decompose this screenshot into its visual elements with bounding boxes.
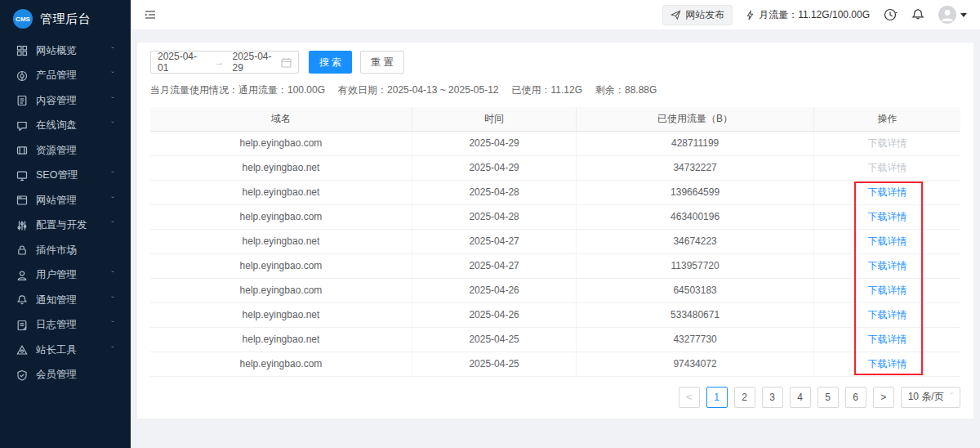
date-range-input[interactable]: 2025-04-01 → 2025-04-29 <box>150 51 299 74</box>
bytes-cell: 533480671 <box>577 302 814 327</box>
paper-plane-icon <box>670 10 681 20</box>
action-cell: 下载详情 <box>813 180 960 204</box>
plugin-lock-icon <box>16 244 28 256</box>
sidebar-item-label: 日志管理 <box>36 318 106 332</box>
table-row: help.eyingbao.net2025-04-26533480671下载详情 <box>150 302 960 327</box>
table-row: help.eyingbao.com2025-04-2597434072下载详情 <box>150 352 960 376</box>
prev-page-button[interactable]: < <box>679 387 700 408</box>
resource-icon <box>16 145 28 156</box>
sidebar-item-14[interactable]: 会员管理 <box>0 363 131 388</box>
sidebar-item-3[interactable]: 内容管理ˇ <box>0 88 131 114</box>
search-button[interactable]: 搜 索 <box>309 51 352 74</box>
domain-cell: help.eyingbao.net <box>150 229 412 253</box>
chevron-down-icon: ˇ <box>106 296 119 305</box>
date-cell: 2025-04-27 <box>412 253 576 278</box>
sidebar-item-label: 插件市场 <box>36 244 106 258</box>
chevron-down-icon: ˇ <box>106 271 119 280</box>
bytes-cell: 113957720 <box>577 253 814 278</box>
summary-segment: 剩余：88.88G <box>595 84 657 96</box>
bytes-cell: 139664599 <box>577 180 814 204</box>
sidebar-item-2[interactable]: 产品管理ˇ <box>0 64 131 89</box>
inquiry-icon <box>16 120 28 132</box>
bytes-cell: 428711199 <box>577 131 814 155</box>
date-end-value: 2025-04-29 <box>233 51 282 74</box>
sidebar-item-label: 用户管理 <box>36 268 106 282</box>
next-page-button[interactable]: > <box>873 387 894 408</box>
domain-cell: help.eyingbao.com <box>150 278 412 302</box>
date-cell: 2025-04-25 <box>412 327 576 352</box>
sidebar-item-8[interactable]: 配置与开发ˇ <box>0 213 131 239</box>
sidebar-item-12[interactable]: 日志管理ˇ <box>0 313 131 338</box>
download-detail-link[interactable]: 下载详情 <box>867 334 906 345</box>
traffic-table-wrap: 域名时间已使用流量（B）操作 help.eyingbao.com2025-04-… <box>150 107 960 377</box>
monthly-traffic: 月流量：11.12G/100.00G <box>746 8 870 22</box>
action-cell: 下载详情 <box>813 155 960 180</box>
page-size-select[interactable]: 10 条/页ˇ <box>901 387 960 408</box>
log-icon <box>16 320 28 331</box>
date-cell: 2025-04-28 <box>412 180 576 204</box>
sidebar-item-10[interactable]: 用户管理ˇ <box>0 263 131 289</box>
user-avatar <box>938 6 956 24</box>
product-icon <box>16 70 28 82</box>
download-detail-link[interactable]: 下载详情 <box>867 186 906 198</box>
webmaster-icon <box>16 344 28 356</box>
bytes-cell: 97434072 <box>577 352 814 376</box>
domain-cell: help.eyingbao.com <box>150 131 412 155</box>
download-detail-link[interactable]: 下载详情 <box>867 235 906 247</box>
sidebar-item-label: 会员管理 <box>36 368 106 382</box>
download-detail-link[interactable]: 下载详情 <box>867 358 906 370</box>
table-row: help.eyingbao.com2025-04-29428711199下载详情 <box>150 131 960 155</box>
summary-segment: 有效日期：2025-04-13 ~ 2025-05-12 <box>338 84 498 96</box>
topbar: 网站发布 月流量：11.12G/100.00G <box>131 0 980 29</box>
chevron-down-icon: ˇ <box>106 196 119 205</box>
sidebar-item-7[interactable]: 网站管理ˇ <box>0 188 131 213</box>
chevron-down-icon: ˇ <box>106 96 119 105</box>
collapse-sidebar-icon[interactable] <box>144 8 157 21</box>
chevron-down-icon: ˇ <box>106 171 119 180</box>
clock-history-icon[interactable] <box>883 7 898 22</box>
sidebar-item-label: 资源管理 <box>36 144 106 158</box>
download-detail-link[interactable]: 下载详情 <box>867 211 906 222</box>
traffic-usage-summary: 当月流量使用情况：通用流量：100.00G有效日期：2025-04-13 ~ 2… <box>150 84 960 96</box>
download-detail-link[interactable]: 下载详情 <box>867 309 906 320</box>
download-detail-link[interactable]: 下载详情 <box>867 284 906 296</box>
page-size-value: 10 条/页 <box>908 390 944 404</box>
page-button-1[interactable]: 1 <box>706 387 728 408</box>
download-detail-link[interactable]: 下载详情 <box>867 260 906 271</box>
sidebar-item-11[interactable]: 通知管理ˇ <box>0 288 131 313</box>
content-area: 2025-04-01 → 2025-04-29 搜 索 重 置 当月流量使用情况… <box>131 29 980 448</box>
calendar-icon[interactable] <box>281 57 292 68</box>
sidebar-item-label: 在线询盘 <box>36 119 106 132</box>
sidebar-item-4[interactable]: 在线询盘ˇ <box>0 114 131 139</box>
action-cell: 下载详情 <box>813 253 960 278</box>
publish-site-button[interactable]: 网站发布 <box>662 5 733 25</box>
summary-segment: 当月流量使用情况：通用流量：100.00G <box>150 84 325 96</box>
sidebar-item-1[interactable]: 网站概览ˇ <box>0 38 131 64</box>
column-header: 已使用流量（B） <box>577 107 814 131</box>
page-button-2[interactable]: 2 <box>734 387 755 408</box>
traffic-card: 2025-04-01 → 2025-04-29 搜 索 重 置 当月流量使用情况… <box>137 43 973 419</box>
table-header-row: 域名时间已使用流量（B）操作 <box>150 107 960 131</box>
page-button-6[interactable]: 6 <box>845 387 866 408</box>
sidebar-item-13[interactable]: 站长工具ˇ <box>0 338 131 363</box>
sidebar-item-5[interactable]: 资源管理 <box>0 138 131 164</box>
page-button-3[interactable]: 3 <box>762 387 783 408</box>
publish-site-label: 网站发布 <box>685 8 724 22</box>
chevron-down-icon: ˇ <box>106 121 119 130</box>
sidebar-item-6[interactable]: SEO管理ˇ <box>0 164 131 189</box>
sidebar-item-label: 站长工具 <box>36 343 106 357</box>
sidebar-item-9[interactable]: 插件市场 <box>0 238 131 263</box>
page-button-4[interactable]: 4 <box>790 387 811 408</box>
reset-button[interactable]: 重 置 <box>360 51 403 74</box>
sidebar-item-label: 网站管理 <box>36 194 106 208</box>
chevron-down-icon: ˇ <box>106 47 119 56</box>
page-button-5[interactable]: 5 <box>817 387 839 408</box>
caret-down-icon <box>960 13 967 17</box>
domain-cell: help.eyingbao.net <box>150 302 412 327</box>
bytes-cell: 43277730 <box>577 327 814 352</box>
user-menu[interactable] <box>938 6 967 24</box>
bell-icon[interactable] <box>911 7 925 22</box>
cms-logo-icon: CMS <box>13 9 33 29</box>
content-icon <box>16 95 28 106</box>
column-header: 域名 <box>150 107 412 131</box>
